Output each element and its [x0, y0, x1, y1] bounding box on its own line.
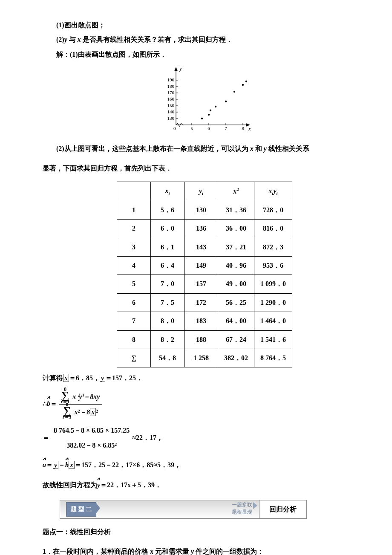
sigma-den: ∑8i＝1	[63, 405, 71, 416]
table-cell: 36．00	[218, 220, 254, 238]
svg-text:170: 170	[167, 90, 175, 95]
subheading: 题点一：线性回归分析	[43, 526, 366, 538]
th-yi: yi	[184, 182, 218, 201]
num-tail: x ⁱyⁱ－8xy	[72, 393, 100, 400]
ahat-line: a＝y－bx＝157．25－22．17×6．85≈5．39，	[43, 459, 366, 471]
eq1: ＝	[50, 400, 57, 407]
svg-text:5: 5	[190, 126, 193, 131]
sol2-and: 和	[254, 145, 264, 152]
th-xi: xi	[151, 182, 184, 201]
table-cell: 67．24	[218, 330, 254, 349]
final-line: 故线性回归方程为y＝22．17x＋5．39．	[43, 479, 366, 491]
bhat-numeric: ＝ 8 764.5－8 × 6.85 × 157.25 382.02－8 × 6…	[43, 424, 366, 452]
table-cell: 1 099．0	[254, 275, 292, 293]
numeric-fraction: 8 764.5－8 × 6.85 × 157.25 382.02－8 × 6.8…	[51, 424, 132, 452]
table-cell: 872．3	[254, 238, 292, 256]
table-cell: 6．1	[151, 238, 184, 256]
table-cell: 37．21	[218, 238, 254, 256]
a-eq: ＝	[46, 461, 53, 468]
solution-2-line2: 显著，下面求其回归方程，首先列出下表．	[43, 162, 366, 175]
ybar: y	[100, 374, 105, 382]
a-xbar: x	[69, 461, 75, 469]
a-expr: ＝157．25－22．17×6．85≈5．39，	[75, 461, 181, 468]
table-cell: 64．00	[218, 312, 254, 330]
table-cell: 7	[117, 312, 151, 330]
banner-right: 回归分析	[259, 500, 307, 519]
banner-tag: 题 型 二	[66, 502, 96, 517]
svg-point-36	[245, 81, 247, 82]
a-hat: a	[43, 459, 46, 471]
table-cell: 728．0	[254, 201, 292, 219]
table-cell: 7．0	[151, 275, 184, 293]
q2-post: 是否具有线性相关关系？若有，求出其回归方程．	[81, 36, 233, 43]
table-cell: 8．2	[151, 330, 184, 349]
table-cell: 3	[117, 238, 151, 256]
final-pre: 故线性回归方程为	[43, 481, 97, 489]
sol2-y: y	[264, 145, 267, 152]
question-2: (2)y 与 x 是否具有线性相关关系？若有，求出其回归方程．	[43, 33, 366, 46]
table-cell: 172	[184, 293, 218, 312]
th-blank	[117, 182, 151, 201]
means-line: 计算得x＝6．85，y＝157．25．	[43, 372, 366, 384]
table-cell: 6．4	[151, 256, 184, 275]
svg-point-32	[215, 106, 216, 107]
table-cell: 188	[184, 330, 218, 349]
sol2-x: x	[250, 145, 254, 152]
table-cell: 7．5	[151, 293, 184, 312]
table-cell: 4	[117, 256, 151, 275]
table-cell: 8	[117, 330, 151, 349]
table-cell: 6．0	[151, 220, 184, 238]
svg-point-31	[210, 110, 211, 111]
table-row: 15．613031．36728．0	[117, 201, 292, 219]
table-row: 67．517256．251 290．0	[117, 293, 292, 312]
svg-text:7: 7	[225, 126, 227, 131]
a-bhat: b	[65, 459, 69, 471]
banner-note1: 一题多联	[232, 502, 252, 508]
svg-text:150: 150	[167, 103, 175, 108]
eq2: ＝	[43, 434, 49, 441]
table-cell: 49．00	[218, 275, 254, 293]
table-cell: 54．8	[151, 349, 184, 367]
svg-marker-1	[174, 67, 178, 71]
table-row: 26．013636．00816．0	[117, 220, 292, 238]
table-cell: 1 464．0	[254, 312, 292, 330]
table-row: 46．414940．96953．6	[117, 256, 292, 275]
banner-note2: 题根显现	[232, 509, 252, 515]
table-cell: 2	[117, 220, 151, 238]
table-cell: 1 258	[184, 349, 218, 367]
table-cell: 183	[184, 312, 218, 330]
frac2-num: 8 764.5－8 × 6.85 × 157.25	[51, 424, 132, 438]
p1-pre: 1．在一段时间内，某种商品的价格	[43, 548, 150, 555]
sol2-pre: (2)从上图可看出，这些点基本上散布在一条直线附近，可以认为	[56, 145, 250, 152]
p1-mid: 元和需求量	[153, 548, 191, 555]
svg-text:190: 190	[167, 77, 175, 82]
question-1: (1)画出散点图；	[43, 19, 366, 32]
table-cell: 130	[184, 201, 218, 219]
table-row: ∑54．81 258382．028 764．5	[117, 349, 292, 367]
table-cell: 5．6	[151, 201, 184, 219]
table-cell: 8．0	[151, 312, 184, 330]
svg-point-30	[208, 114, 210, 116]
y-hat: y	[97, 479, 100, 491]
table-header-row: xi yi x2 xiyi	[117, 182, 292, 201]
table-cell: 8 764．5	[254, 349, 292, 367]
table-cell: 382．02	[218, 349, 254, 367]
var-y: y	[64, 36, 67, 43]
den-tail-a: x²－8	[75, 408, 90, 416]
sigma-num: ∑8i＝1	[61, 390, 69, 401]
table-cell: 56．25	[218, 293, 254, 312]
approx-b: ≈22．17，	[132, 434, 163, 441]
svg-text:x: x	[248, 125, 251, 132]
den-tail-c: ²	[96, 408, 98, 416]
a-ybar: y	[53, 461, 58, 469]
table-cell: 6	[117, 293, 151, 312]
table-cell: ∑	[117, 349, 151, 367]
table-cell: 31．36	[218, 201, 254, 219]
table-row: 57．015749．001 099．0	[117, 275, 292, 293]
xbar: x	[63, 374, 69, 382]
sol-label: 解：(1)	[56, 51, 78, 58]
table-row: 78．018364．001 464．0	[117, 312, 292, 330]
solution-2-line1: (2)从上图可看出，这些点基本上散布在一条直线附近，可以认为 x 和 y 线性相…	[43, 142, 366, 155]
b-hat: b	[47, 397, 50, 410]
final-eq: ＝22．17x＋5．39．	[100, 481, 161, 489]
